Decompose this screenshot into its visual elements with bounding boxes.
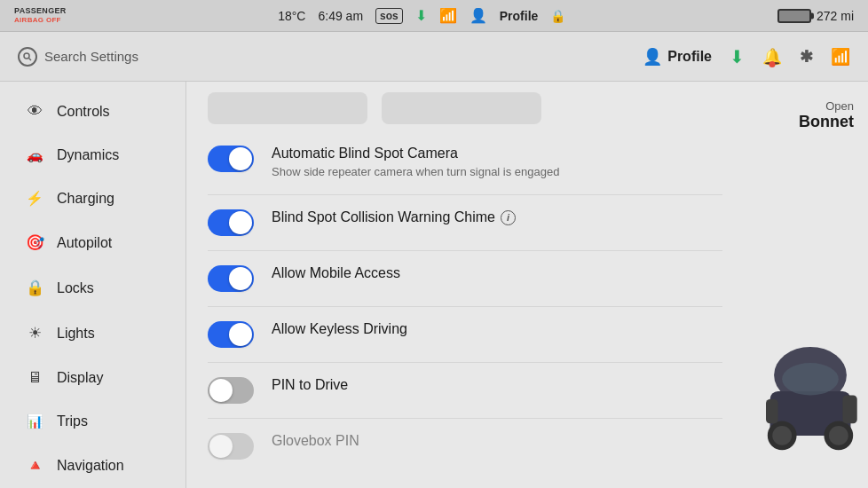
open-bonnet-title: Bonnet [799, 113, 854, 131]
open-bonnet-label: Open [799, 99, 854, 113]
search-icon [18, 47, 37, 67]
toggle-knob [229, 147, 252, 170]
top-button-1[interactable] [208, 92, 367, 124]
header-bar: Search Settings 👤 Profile ⬇ 🔔 ✱ 📶 [0, 32, 868, 82]
status-bar-left: PASSENGERAIRBAG OFF [14, 7, 67, 25]
sidebar-label-controls: Controls [57, 104, 110, 120]
header-bell-icon[interactable]: 🔔 [762, 47, 782, 67]
svg-point-0 [24, 53, 29, 59]
navigation-icon: 🔺 [25, 456, 44, 475]
car-image [753, 311, 868, 488]
status-bar: PASSENGERAIRBAG OFF 18°C 6:49 am sos ⬇ 📶… [0, 0, 868, 32]
display-icon: 🖥 [25, 369, 44, 387]
toggle-area-mobile-access[interactable] [208, 265, 254, 292]
setting-row-glovebox-pin: Glovebox PIN [208, 419, 722, 474]
setting-title-blind-spot-camera: Automatic Blind Spot Camera [272, 146, 722, 161]
toggle-pin-to-drive[interactable] [208, 377, 254, 404]
sidebar-item-charging[interactable]: ⚡ Charging [7, 177, 178, 219]
sos-badge[interactable]: sos [375, 8, 403, 24]
lights-icon: ☀ [25, 324, 44, 342]
notification-dot [769, 61, 776, 67]
header-profile-label: Profile [667, 49, 712, 65]
sidebar-label-charging: Charging [57, 191, 114, 207]
dynamics-icon: 🚗 [25, 147, 44, 163]
controls-icon: 👁 [25, 103, 44, 121]
sidebar-item-lights[interactable]: ☀ Lights [7, 311, 178, 355]
sidebar-item-dynamics[interactable]: 🚗 Dynamics [7, 135, 178, 176]
sidebar-label-autopilot: Autopilot [57, 235, 112, 251]
status-profile-label: Profile [500, 9, 539, 23]
sidebar-item-display[interactable]: 🖥 Display [7, 357, 178, 399]
svg-point-8 [829, 426, 848, 445]
top-buttons-area [186, 82, 744, 131]
content-with-panel: Automatic Blind Spot Camera Show side re… [186, 82, 868, 488]
toggle-blind-spot-camera[interactable] [208, 146, 254, 172]
setting-title-mobile-access: Allow Mobile Access [272, 265, 722, 281]
download-icon: ⬇ [415, 7, 427, 24]
status-bar-right: 272 mi [777, 9, 854, 23]
open-bonnet-button[interactable]: Open Bonnet [799, 99, 854, 131]
header-bluetooth-icon[interactable]: ✱ [800, 47, 813, 67]
setting-text-pin-to-drive: PIN to Drive [272, 377, 722, 396]
setting-title-blind-spot-chime: Blind Spot Collision Warning Chime i [272, 209, 722, 225]
setting-text-glovebox-pin: Glovebox PIN [272, 433, 722, 452]
sidebar-label-navigation: Navigation [57, 458, 124, 474]
trips-icon: 📊 [25, 413, 44, 429]
svg-line-1 [29, 58, 32, 60]
toggle-area-glovebox-pin[interactable] [208, 433, 254, 460]
sidebar-item-navigation[interactable]: 🔺 Navigation [7, 444, 178, 487]
header-download-icon[interactable]: ⬇ [730, 46, 745, 67]
setting-row-blind-spot-camera: Automatic Blind Spot Camera Show side re… [208, 131, 722, 195]
header-wifi-icon[interactable]: 📶 [831, 47, 850, 67]
top-button-2[interactable] [382, 92, 541, 124]
passenger-airbag-badge: PASSENGERAIRBAG OFF [14, 7, 67, 25]
sidebar-label-trips: Trips [57, 413, 88, 429]
locks-icon: 🔒 [25, 279, 44, 297]
toggle-blind-spot-chime[interactable] [208, 209, 254, 236]
autopilot-icon: 🎯 [25, 233, 44, 252]
setting-title-pin-to-drive: PIN to Drive [272, 377, 722, 393]
svg-rect-9 [766, 399, 778, 423]
lock-icon: 🔒 [550, 9, 565, 23]
info-icon-blind-spot-chime[interactable]: i [501, 210, 516, 225]
search-area[interactable]: Search Settings [18, 47, 195, 67]
search-placeholder[interactable]: Search Settings [44, 49, 138, 64]
temperature-display: 18°C [278, 9, 305, 23]
sidebar: 👁 Controls 🚗 Dynamics ⚡ Charging 🎯 Autop… [0, 82, 186, 488]
battery-visual [777, 9, 811, 23]
sidebar-label-locks: Locks [57, 280, 94, 296]
setting-text-keyless-driving: Allow Keyless Driving [272, 321, 722, 340]
toggle-knob [229, 211, 252, 234]
toggle-area-pin-to-drive[interactable] [208, 377, 254, 404]
svg-point-4 [782, 363, 839, 395]
setting-text-blind-spot-chime: Blind Spot Collision Warning Chime i [272, 209, 722, 228]
setting-row-blind-spot-chime: Blind Spot Collision Warning Chime i [208, 195, 722, 251]
range-display: 272 mi [817, 9, 854, 23]
sidebar-item-controls[interactable]: 👁 Controls [7, 91, 178, 133]
setting-title-glovebox-pin: Glovebox PIN [272, 433, 722, 449]
header-icons: 👤 Profile ⬇ 🔔 ✱ 📶 [643, 46, 850, 67]
main-layout: 👁 Controls 🚗 Dynamics ⚡ Charging 🎯 Autop… [0, 82, 868, 488]
setting-text-blind-spot-camera: Automatic Blind Spot Camera Show side re… [272, 146, 722, 180]
wifi-icon: 📶 [439, 7, 457, 24]
toggle-glovebox-pin[interactable] [208, 433, 254, 460]
settings-container: Automatic Blind Spot Camera Show side re… [186, 131, 744, 474]
header-profile[interactable]: 👤 Profile [643, 47, 712, 67]
toggle-knob [209, 435, 233, 458]
charging-icon: ⚡ [25, 190, 44, 207]
setting-text-mobile-access: Allow Mobile Access [272, 265, 722, 284]
toggle-keyless-driving[interactable] [208, 321, 254, 348]
toggle-area-keyless-driving[interactable] [208, 321, 254, 348]
header-person-icon: 👤 [643, 47, 662, 67]
toggle-area-blind-spot-camera[interactable] [208, 146, 254, 172]
sidebar-label-lights: Lights [57, 326, 95, 342]
sidebar-item-trips[interactable]: 📊 Trips [7, 401, 178, 442]
person-icon: 👤 [470, 7, 487, 24]
sidebar-item-locks[interactable]: 🔒 Locks [7, 266, 178, 310]
svg-rect-10 [842, 395, 856, 423]
toggle-knob [229, 323, 252, 346]
status-bar-center: 18°C 6:49 am sos ⬇ 📶 👤 Profile 🔒 [278, 7, 565, 24]
sidebar-item-autopilot[interactable]: 🎯 Autopilot [7, 221, 178, 264]
toggle-mobile-access[interactable] [208, 265, 254, 292]
toggle-area-blind-spot-chime[interactable] [208, 209, 254, 236]
